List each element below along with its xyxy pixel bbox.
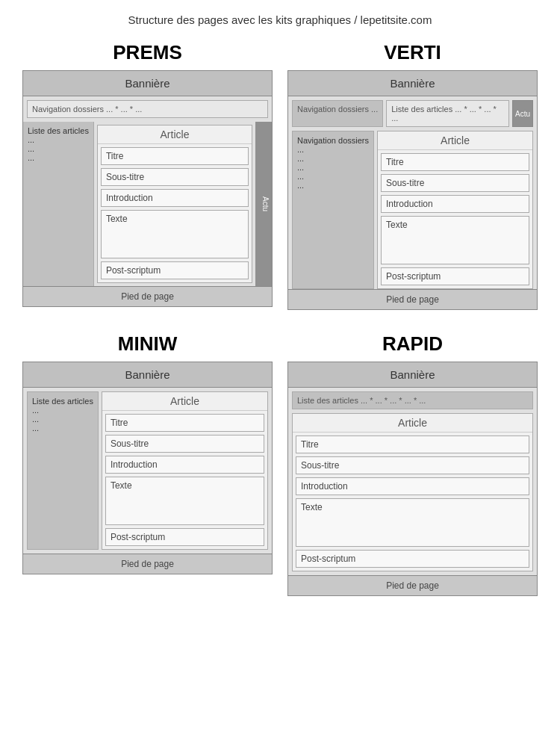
verti-dot-2: ... — [297, 154, 369, 163]
rapid-wireframe: Bannière Liste des articles ... * ... * … — [287, 362, 538, 596]
miniw-texte: Texte — [105, 477, 264, 525]
verti-article-title: Article — [378, 131, 532, 150]
miniw-titre: Titre — [105, 414, 264, 432]
rapid-post-scriptum: Post-scriptum — [296, 550, 529, 568]
prems-footer: Pied de page — [23, 286, 272, 306]
rapid-article: Article Titre Sous-titre Introduction Te… — [292, 413, 533, 571]
miniw-dot-2: ... — [32, 415, 93, 424]
rapid-introduction: Introduction — [296, 477, 529, 495]
verti-dot-5: ... — [297, 181, 369, 190]
verti-nav-middle: Liste des articles ... * ... * ... * ... — [386, 100, 509, 127]
miniw-post-scriptum: Post-scriptum — [105, 528, 264, 546]
prems-actu: Actu — [255, 122, 272, 286]
prems-texte: Texte — [101, 210, 249, 258]
verti-actu: Actu — [512, 100, 533, 127]
verti-introduction: Introduction — [381, 195, 529, 213]
prems-wireframe: Bannière Navigation dossiers ... * ... *… — [22, 70, 273, 307]
prems-introduction: Introduction — [101, 189, 249, 207]
rapid-article-title: Article — [293, 414, 532, 433]
prems-post-scriptum: Post-scriptum — [101, 261, 249, 279]
prems-dot-3: ... — [28, 153, 89, 162]
prems-dot-1: ... — [28, 135, 89, 144]
miniw-sous-titre: Sous-titre — [105, 435, 264, 453]
prems-sous-titre: Sous-titre — [101, 168, 249, 186]
rapid-sous-titre: Sous-titre — [296, 456, 529, 474]
prems-banner: Bannière — [23, 71, 272, 96]
rapid-name: RAPID — [382, 332, 443, 356]
rapid-titre: Titre — [296, 436, 529, 453]
miniw-introduction: Introduction — [105, 456, 264, 474]
verti-banner: Bannière — [288, 71, 537, 96]
rapid-list-bar: Liste des articles ... * ... * ... * ...… — [292, 391, 533, 409]
verti-dot-4: ... — [297, 172, 369, 181]
prems-nav: Navigation dossiers ... * ... * ... — [27, 100, 268, 118]
miniw-article: Article Titre Sous-titre Introduction Te… — [102, 391, 268, 550]
miniw-dot-3: ... — [32, 424, 93, 433]
verti-texte: Texte — [381, 216, 529, 264]
prems-titre: Titre — [101, 147, 249, 165]
verti-sous-titre: Sous-titre — [381, 174, 529, 192]
verti-body: Navigation dossiers ... ... ... ... ... … — [292, 131, 533, 289]
rapid-banner: Bannière — [288, 362, 537, 388]
verti-footer: Pied de page — [288, 289, 537, 309]
prems-name: PREMS — [113, 41, 181, 64]
miniw-body: Liste des articles ... ... ... Article T… — [27, 391, 268, 550]
prems-sidebar-label: Liste des articles — [28, 126, 89, 135]
verti-dot-3: ... — [297, 163, 369, 172]
verti-dot-1: ... — [297, 145, 369, 154]
verti-nav-left: Navigation dossiers ... — [292, 100, 383, 127]
verti-wireframe: Bannière Navigation dossiers ... Liste d… — [287, 70, 538, 310]
miniw-sidebar-label: Liste des articles — [32, 397, 93, 406]
page-title: Structure des pages avec les kits graphi… — [0, 0, 560, 34]
miniw-banner: Bannière — [23, 362, 272, 388]
layout-verti: VERTI Bannière Navigation dossiers ... L… — [287, 41, 538, 310]
prems-body: Liste des articles ... ... ... Article T… — [23, 122, 272, 286]
verti-nav-row: Navigation dossiers ... Liste des articl… — [292, 100, 533, 127]
rapid-footer: Pied de page — [288, 575, 537, 595]
layout-miniw: MINIW Bannière Liste des articles ... ..… — [22, 332, 273, 596]
verti-sidebar: Navigation dossiers ... ... ... ... ... — [292, 131, 374, 289]
prems-article-title: Article — [98, 125, 252, 144]
verti-titre: Titre — [381, 153, 529, 171]
prems-dot-2: ... — [28, 144, 89, 153]
miniw-dot-1: ... — [32, 406, 93, 415]
verti-name: VERTI — [384, 41, 441, 64]
layout-rapid: RAPID Bannière Liste des articles ... * … — [287, 332, 538, 596]
verti-post-scriptum: Post-scriptum — [381, 267, 529, 285]
prems-main: Article Titre Sous-titre Introduction Te… — [94, 122, 255, 286]
prems-sidebar: Liste des articles ... ... ... — [23, 122, 94, 286]
prems-article: Article Titre Sous-titre Introduction Te… — [97, 125, 252, 283]
verti-sidebar-label: Navigation dossiers — [297, 136, 369, 145]
layout-prems: PREMS Bannière Navigation dossiers ... *… — [22, 41, 273, 310]
verti-article: Article Titre Sous-titre Introduction Te… — [377, 131, 533, 289]
rapid-texte: Texte — [296, 498, 529, 547]
miniw-article-title: Article — [102, 392, 267, 411]
miniw-name: MINIW — [118, 332, 177, 356]
miniw-sidebar: Liste des articles ... ... ... — [27, 391, 99, 550]
layouts-grid: PREMS Bannière Navigation dossiers ... *… — [0, 34, 560, 619]
miniw-wireframe: Bannière Liste des articles ... ... ... … — [22, 362, 273, 574]
miniw-footer: Pied de page — [23, 554, 272, 574]
